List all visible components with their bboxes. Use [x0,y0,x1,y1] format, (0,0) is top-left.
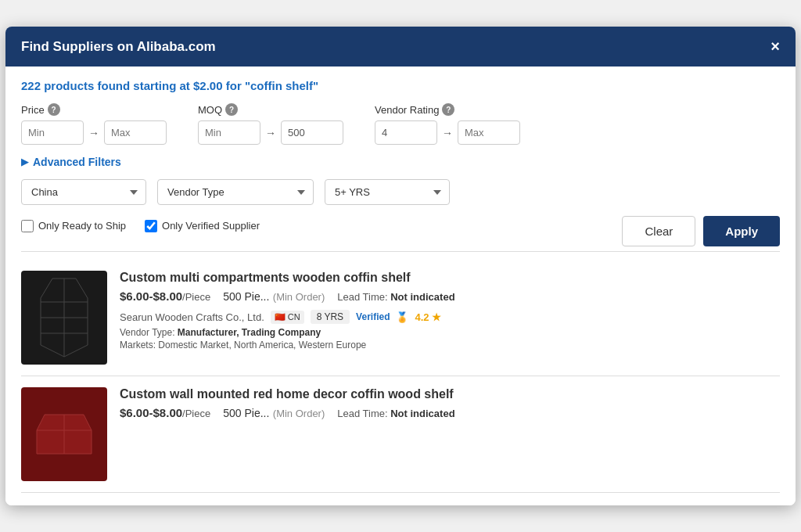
verified-supplier-checkbox[interactable] [145,220,157,232]
close-button[interactable]: × [770,38,780,56]
moq-max-input[interactable] [281,120,343,145]
ready-to-ship-label[interactable]: Only Ready to Ship [21,220,126,232]
verified-supplier-label[interactable]: Only Verified Supplier [145,220,260,232]
modal: Find Suppliers on Alibaba.com × 222 prod… [5,27,796,505]
product-item: Custom multi compartments wooden coffin … [21,260,780,376]
product-list: Custom multi compartments wooden coffin … [21,257,780,493]
product-pricing-second: $6.00-$8.00/Piece 500 Pie... (Min Order)… [120,406,780,420]
price-range-inputs: → [21,120,167,145]
product-title: Custom multi compartments wooden coffin … [120,271,780,285]
price-max-input[interactable] [104,120,167,145]
results-summary: 222 products found starting at $2.00 for… [21,79,780,92]
supplier-info: Searun Wooden Crafts Co., Ltd. 🇨🇳 CN 8 Y… [120,310,780,324]
vendor-rating-min-input[interactable] [375,120,437,145]
min-order-second: 500 Pie... (Min Order) [223,406,325,420]
supplier-name: Searun Wooden Crafts Co., Ltd. [120,311,264,323]
vendor-type-text: Vendor Type: Manufacturer, Trading Compa… [120,327,780,338]
product-image-svg-second [29,411,99,458]
vendor-rating-help-icon[interactable]: ? [442,103,454,116]
modal-title: Find Suppliers on Alibaba.com [21,39,216,55]
price-label: Price ? [21,103,167,116]
modal-header: Find Suppliers on Alibaba.com × [5,27,796,66]
lead-time: Lead Time: Not indicated [337,291,454,303]
vendor-rating-label: Vendor Rating ? [375,103,520,116]
product-title-second: Custom wall mounted red home decor coffi… [120,387,780,401]
years-select[interactable]: 5+ YRS Any 1+ YRS 2+ YRS 3+ YRS 10+ YRS [325,179,450,205]
price-filter-group: Price ? → [21,103,167,145]
price-help-icon[interactable]: ? [48,103,60,116]
dropdowns-row: China All Countries India USA Vendor Typ… [21,179,780,205]
vendor-rating-max-input[interactable] [458,120,520,145]
moq-help-icon[interactable]: ? [225,103,238,116]
rating-badge: 4.2 ★ [415,311,440,323]
price-range: $6.00-$8.00/Piece [120,289,210,304]
gold-icon: 🏅 [396,311,408,323]
advanced-filters-toggle[interactable]: ▶ Advanced Filters [21,156,780,168]
moq-range-inputs: → [198,120,343,145]
filters-row: Price ? → MOQ ? → [21,103,780,145]
divider [21,251,780,252]
price-range-second: $6.00-$8.00/Piece [120,406,210,420]
modal-body: 222 products found starting at $2.00 for… [5,66,796,505]
vendor-rating-filter-group: Vendor Rating ? → [375,103,520,145]
product-image-svg [29,275,99,361]
product-image-second [21,387,107,481]
product-info: Custom multi compartments wooden coffin … [120,271,780,350]
years-badge: 8 YRS [311,310,350,324]
product-item: Custom wall mounted red home decor coffi… [21,376,780,493]
checkboxes-and-actions: Only Ready to Ship Only Verified Supplie… [21,216,780,246]
price-arrow-icon: → [88,127,99,139]
country-flag: 🇨🇳 [275,312,286,322]
product-image [21,271,107,365]
clear-button[interactable]: Clear [622,216,695,246]
flag-badge: 🇨🇳 CN [271,311,304,324]
action-buttons: Clear Apply [622,216,780,246]
product-info-second: Custom wall mounted red home decor coffi… [120,387,780,426]
moq-filter-group: MOQ ? → [198,103,343,145]
vendor-type-select[interactable]: Vendor Type Manufacturer Trading Company… [157,179,314,205]
moq-min-input[interactable] [198,120,260,145]
lead-time-second: Lead Time: Not indicated [337,408,454,419]
apply-button[interactable]: Apply [703,216,780,246]
product-pricing: $6.00-$8.00/Piece 500 Pie... (Min Order)… [120,289,780,304]
min-order: 500 Pie... (Min Order) [223,289,325,304]
chevron-down-icon: ▶ [21,156,28,167]
vendor-rating-range-inputs: → [375,120,520,145]
moq-arrow-icon: → [265,127,276,139]
ready-to-ship-checkbox[interactable] [21,220,34,232]
checkboxes-row: Only Ready to Ship Only Verified Supplie… [21,220,260,232]
price-min-input[interactable] [21,120,84,145]
vendor-rating-arrow-icon: → [442,127,453,139]
country-select[interactable]: China All Countries India USA [21,179,146,205]
verified-badge: Verified [356,311,390,322]
markets-text: Markets: Domestic Market, North America,… [120,340,780,350]
moq-label: MOQ ? [198,103,343,116]
